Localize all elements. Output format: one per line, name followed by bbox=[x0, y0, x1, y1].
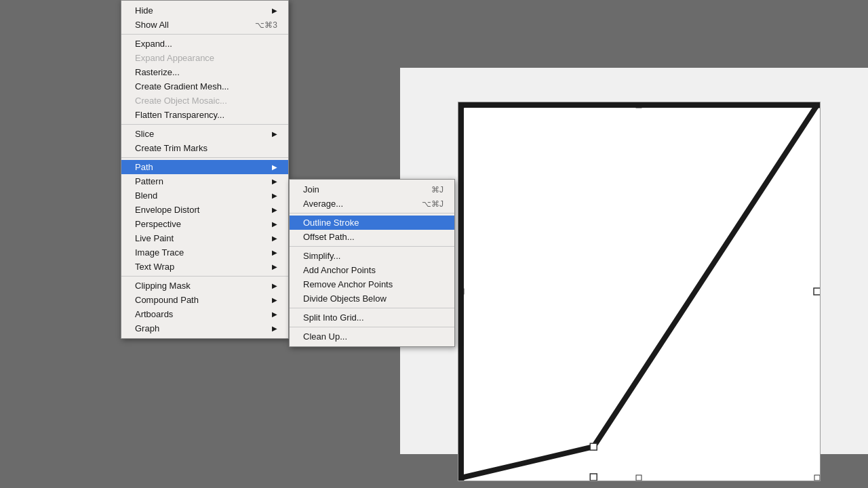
svg-line-9 bbox=[461, 447, 593, 478]
submenu-separator bbox=[290, 213, 454, 214]
svg-rect-7 bbox=[814, 475, 820, 481]
submenu-arrow-icon: ▶ bbox=[272, 296, 277, 304]
menu-item-path[interactable]: Path▶ bbox=[121, 160, 288, 174]
menu-item-perspective[interactable]: Perspective▶ bbox=[121, 217, 288, 231]
submenu-arrow-icon: ▶ bbox=[272, 178, 277, 185]
submenu-arrow-icon: ▶ bbox=[272, 206, 277, 214]
menu-item-label: Pattern bbox=[135, 176, 163, 186]
submenu-separator bbox=[290, 246, 454, 247]
submenu-arrow-icon: ▶ bbox=[272, 310, 277, 318]
submenu-item-remove-anchor-points[interactable]: Remove Anchor Points bbox=[290, 277, 454, 291]
artboard bbox=[458, 102, 821, 481]
submenu-item-average[interactable]: Average...⌥⌘J bbox=[290, 197, 454, 211]
submenu-item-label: Divide Objects Below bbox=[303, 293, 387, 304]
menu-item-label: Compound Path bbox=[135, 295, 199, 305]
submenu-item-add-anchor-points[interactable]: Add Anchor Points bbox=[290, 263, 454, 277]
menu-separator bbox=[121, 276, 288, 277]
menu-item-rasterize[interactable]: Rasterize... bbox=[121, 65, 288, 79]
submenu-item-label: Clean Up... bbox=[303, 331, 347, 342]
menu-item-label: Slice bbox=[135, 129, 154, 139]
menu-item-label: Create Trim Marks bbox=[135, 143, 208, 153]
submenu-item-label: Split Into Grid... bbox=[303, 312, 364, 323]
svg-rect-6 bbox=[636, 475, 642, 481]
submenu-item-label: Join bbox=[303, 184, 319, 195]
submenu-separator bbox=[290, 308, 454, 308]
menu-item-show-all[interactable]: Show All⌥⌘3 bbox=[121, 18, 288, 32]
menu-item-artboards[interactable]: Artboards▶ bbox=[121, 307, 288, 321]
menu-item-expand[interactable]: Expand... bbox=[121, 37, 288, 51]
submenu-item-split-into-grid[interactable]: Split Into Grid... bbox=[290, 310, 454, 325]
submenu-separator bbox=[290, 327, 454, 327]
submenu-arrow-icon: ▶ bbox=[272, 263, 277, 270]
submenu-arrow-icon: ▶ bbox=[272, 325, 277, 332]
menu-item-flatten-transparency[interactable]: Flatten Transparency... bbox=[121, 108, 288, 122]
submenu-item-simplify[interactable]: Simplify... bbox=[290, 249, 454, 263]
submenu-arrow-icon: ▶ bbox=[272, 130, 277, 138]
menu-item-slice[interactable]: Slice▶ bbox=[121, 127, 288, 141]
submenu-item-divide-objects-below[interactable]: Divide Objects Below bbox=[290, 291, 454, 306]
main-menu: Hide▶Show All⌥⌘3Expand...Expand Appearan… bbox=[121, 0, 289, 339]
menu-item-label: Clipping Mask bbox=[135, 281, 191, 291]
submenu-item-label: Remove Anchor Points bbox=[303, 279, 393, 289]
submenu-arrow-icon: ▶ bbox=[272, 7, 277, 14]
svg-rect-12 bbox=[814, 288, 820, 295]
submenu-arrow-icon: ▶ bbox=[272, 192, 277, 199]
svg-rect-13 bbox=[590, 474, 597, 481]
submenu-item-join[interactable]: Join⌘J bbox=[290, 182, 454, 197]
menu-item-label: Hide bbox=[135, 5, 153, 16]
menu-item-label: Flatten Transparency... bbox=[135, 110, 224, 120]
submenu-item-offset-path[interactable]: Offset Path... bbox=[290, 230, 454, 244]
menu-item-label: Image Trace bbox=[135, 247, 184, 258]
menu-item-compound-path[interactable]: Compound Path▶ bbox=[121, 293, 288, 307]
submenu-item-label: Offset Path... bbox=[303, 232, 355, 242]
menu-item-label: Expand... bbox=[135, 39, 172, 49]
menu-item-text-wrap[interactable]: Text Wrap▶ bbox=[121, 260, 288, 274]
menu-item-graph[interactable]: Graph▶ bbox=[121, 321, 288, 336]
menu-item-label: Envelope Distort bbox=[135, 205, 199, 215]
submenu-item-label: Simplify... bbox=[303, 251, 340, 261]
menu-item-label: Graph bbox=[135, 323, 159, 333]
menu-item-create-object-mosaic[interactable]: Create Object Mosaic... bbox=[121, 94, 288, 108]
submenu-arrow-icon: ▶ bbox=[272, 163, 277, 171]
menu-item-label: Perspective bbox=[135, 219, 181, 229]
submenu-item-label: Average... bbox=[303, 199, 343, 209]
submenu-item-outline-stroke[interactable]: Outline Stroke bbox=[290, 216, 454, 230]
submenu-item-shortcut: ⌘J bbox=[431, 185, 443, 195]
menu-item-label: Live Paint bbox=[135, 233, 174, 243]
menu-item-label: Rasterize... bbox=[135, 67, 180, 77]
menu-item-label: Text Wrap bbox=[135, 262, 174, 272]
submenu-arrow-icon: ▶ bbox=[272, 282, 277, 289]
menu-item-pattern[interactable]: Pattern▶ bbox=[121, 174, 288, 188]
submenu-arrow-icon: ▶ bbox=[272, 220, 277, 228]
svg-rect-11 bbox=[590, 443, 597, 450]
submenu-arrow-icon: ▶ bbox=[272, 235, 277, 242]
shape-svg bbox=[458, 102, 820, 481]
menu-item-live-paint[interactable]: Live Paint▶ bbox=[121, 231, 288, 245]
menu-item-label: Expand Appearance bbox=[135, 53, 214, 63]
menu-item-create-trim-marks[interactable]: Create Trim Marks bbox=[121, 141, 288, 155]
submenu-item-shortcut: ⌥⌘J bbox=[422, 199, 443, 209]
menu-item-label: Create Gradient Mesh... bbox=[135, 81, 229, 92]
menu-separator bbox=[121, 157, 288, 158]
submenu-item-label: Outline Stroke bbox=[303, 218, 359, 228]
menu-item-label: Show All bbox=[135, 20, 169, 30]
menu-item-label: Artboards bbox=[135, 309, 173, 319]
menu-item-label: Path bbox=[135, 162, 153, 172]
canvas-area bbox=[400, 68, 868, 454]
menu-item-label: Create Object Mosaic... bbox=[135, 96, 227, 106]
submenu-item-label: Add Anchor Points bbox=[303, 265, 376, 275]
svg-line-8 bbox=[593, 105, 817, 447]
menu-separator bbox=[121, 34, 288, 35]
menu-item-label: Blend bbox=[135, 190, 157, 201]
menu-item-blend[interactable]: Blend▶ bbox=[121, 188, 288, 203]
menu-item-create-gradient-mesh[interactable]: Create Gradient Mesh... bbox=[121, 79, 288, 94]
menu-item-envelope-distort[interactable]: Envelope Distort▶ bbox=[121, 203, 288, 217]
path-submenu: Join⌘JAverage...⌥⌘JOutline StrokeOffset … bbox=[289, 179, 455, 347]
menu-item-shortcut: ⌥⌘3 bbox=[255, 20, 277, 30]
menu-item-clipping-mask[interactable]: Clipping Mask▶ bbox=[121, 279, 288, 293]
menu-item-image-trace[interactable]: Image Trace▶ bbox=[121, 245, 288, 260]
menu-item-hide[interactable]: Hide▶ bbox=[121, 3, 288, 18]
submenu-item-clean-up[interactable]: Clean Up... bbox=[290, 329, 454, 344]
submenu-arrow-icon: ▶ bbox=[272, 249, 277, 256]
menu-item-expand-appearance[interactable]: Expand Appearance bbox=[121, 51, 288, 65]
